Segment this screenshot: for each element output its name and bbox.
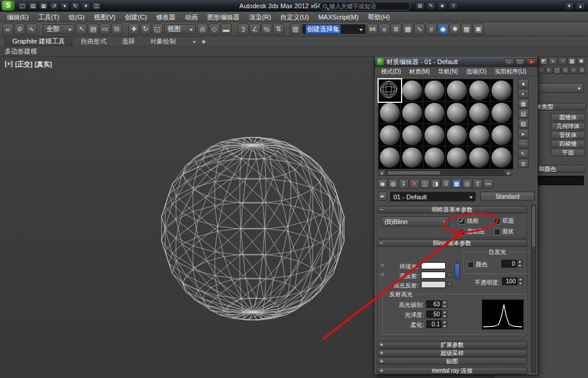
material-sample-slot[interactable] [468, 102, 490, 124]
material-name-dropdown[interactable]: 01 - Default [390, 192, 476, 202]
named-selection-dropdown[interactable]: 创建选择集 [302, 24, 366, 34]
soften-spinner[interactable]: 0.1 [426, 320, 447, 328]
search-input[interactable] [329, 3, 400, 9]
put-to-library-icon[interactable]: ◨ [430, 179, 440, 189]
menu-rendering[interactable]: 渲染(R) [245, 12, 276, 22]
object-type-plane-button[interactable]: 平面 [551, 149, 585, 156]
align-icon[interactable]: ≡ [379, 24, 390, 35]
material-type-button[interactable]: Standard [480, 192, 534, 201]
minimize-chrome-icon[interactable]: ▴ [576, 2, 585, 10]
assign-to-selection-icon[interactable]: ↧ [399, 179, 409, 189]
menu-help[interactable]: 帮助(H) [363, 12, 395, 22]
reference-coordinate-dropdown[interactable]: 视图 [164, 24, 196, 34]
infocenter-search[interactable] [319, 2, 410, 11]
scroll-left-icon[interactable]: ◂ [378, 170, 385, 176]
params-scroll-thumb[interactable] [532, 206, 535, 247]
material-sample-slot[interactable] [379, 146, 401, 169]
close-button[interactable] [526, 58, 536, 65]
material-sample-slot[interactable] [490, 146, 513, 169]
extended-parameters-rollout[interactable]: 扩展参数 [377, 341, 527, 349]
material-sample-slot[interactable] [401, 102, 423, 124]
options-icon[interactable]: ⋯ [518, 139, 529, 148]
tab-graphite-modeling[interactable]: Graphite 建模工具 [5, 36, 72, 46]
menu-tools[interactable]: 工具(T) [34, 12, 64, 22]
help-icon[interactable]: ? [449, 2, 458, 10]
supersampling-rollout[interactable]: 超级采样 [377, 349, 527, 357]
keyboard-override-icon[interactable]: ▬ [220, 24, 232, 35]
material-sample-slot[interactable] [423, 102, 446, 124]
window-crossing-icon[interactable]: ⊟ [111, 24, 122, 35]
angle-snap-icon[interactable]: ∠ [249, 24, 260, 35]
make-preview-icon[interactable]: ▸ [518, 129, 529, 138]
lock-indicator-icon[interactable] [455, 263, 460, 279]
shader-type-dropdown[interactable]: (B)Blinn [381, 216, 449, 226]
material-sample-slot[interactable] [490, 102, 513, 124]
app-logo-icon[interactable]: S [2, 1, 15, 11]
selection-filter-dropdown[interactable]: 全部 [43, 24, 75, 34]
chevron-down-icon[interactable]: ▾ [190, 38, 198, 46]
go-to-parent-icon[interactable]: ↥ [473, 179, 483, 189]
menu-customize[interactable]: 自定义(U) [276, 12, 313, 22]
material-sample-slot[interactable] [468, 146, 490, 169]
render-setup-icon[interactable]: ✱ [449, 24, 460, 35]
select-and-rotate-icon[interactable]: ↻ [140, 24, 151, 35]
graphite-toggle-icon[interactable]: ▩ [402, 24, 413, 35]
backlight-icon[interactable]: ◐ [518, 89, 529, 98]
select-and-manipulate-icon[interactable]: ◇ [209, 24, 220, 35]
material-sample-slot[interactable] [401, 79, 423, 102]
scroll-thumb[interactable] [387, 171, 440, 175]
menu-animation[interactable]: 动画 [181, 12, 203, 22]
ambient-color-swatch[interactable] [421, 262, 446, 269]
undo-icon[interactable]: ↺ [49, 2, 59, 10]
material-sample-slot[interactable] [490, 124, 513, 146]
diffuse-color-swatch[interactable] [421, 272, 446, 279]
show-end-result-icon[interactable]: ◎ [462, 179, 472, 189]
favorites-star-icon[interactable]: ★ [437, 2, 447, 10]
material-sample-slot[interactable] [490, 79, 513, 102]
put-to-scene-icon[interactable]: ◍ [388, 179, 398, 189]
show-map-in-viewport-icon[interactable]: ▦ [452, 179, 462, 189]
material-map-navigator-icon[interactable]: ≣ [518, 159, 529, 168]
specular-level-spinner[interactable]: 63 [426, 300, 447, 308]
self-illum-spinner[interactable]: 0 [502, 260, 523, 267]
material-sample-slot-active[interactable] [379, 79, 401, 102]
me-menu-material[interactable]: 材质(M) [405, 67, 434, 76]
material-sample-slot[interactable] [423, 79, 446, 102]
material-sample-slot[interactable] [423, 124, 446, 146]
project-folder-icon[interactable]: ◫ [92, 2, 101, 10]
redo-caret-icon[interactable]: ▾ [81, 2, 91, 10]
spinner-snap-icon[interactable]: ⇅ [273, 24, 284, 35]
info-icon[interactable]: ▾ [564, 2, 574, 10]
specular-color-swatch[interactable] [421, 281, 446, 288]
background-icon[interactable]: ▦ [518, 99, 529, 108]
specular-map-button[interactable] [447, 282, 452, 287]
viewport-pov-menu[interactable]: [正交] [15, 60, 32, 69]
material-sample-slot[interactable] [446, 146, 468, 169]
blinn-basic-rollout-header[interactable]: Blinn 基本参数 [377, 239, 527, 247]
go-forward-icon[interactable]: ↦ [483, 179, 493, 189]
material-sample-slot[interactable] [379, 102, 401, 124]
diffuse-map-button[interactable] [447, 273, 452, 277]
spinner-arrows[interactable] [518, 277, 523, 285]
viewport-general-menu[interactable]: [+] [5, 60, 13, 69]
undo-caret-icon[interactable]: ▾ [60, 2, 69, 10]
reset-map-icon[interactable]: × [409, 179, 419, 189]
curve-editor-icon[interactable]: ∿ [414, 24, 425, 35]
helpers-cat-icon[interactable]: ◇ [562, 66, 569, 74]
material-sample-slot[interactable] [401, 146, 423, 169]
pencil-icon[interactable]: ✎ [426, 2, 436, 10]
sample-scrollbar[interactable]: ◂ ▸ [378, 170, 512, 176]
systems-cat-icon[interactable]: ⊙ [578, 66, 586, 74]
select-and-scale-icon[interactable]: ◱ [152, 24, 163, 35]
title-bar[interactable]: S ▢▤▦↺▾↻▾◫ Autodesk 3ds Max 2012 x64无标题 … [0, 0, 588, 12]
select-by-name-icon[interactable]: ▤ [88, 24, 99, 35]
utilities-tab-icon[interactable]: ✱ [577, 57, 586, 65]
menu-create[interactable]: 创建(C) [120, 12, 151, 22]
tab-freeform[interactable]: 自由形式 [74, 36, 113, 46]
ribbon-options-icon[interactable]: ✱ [199, 38, 208, 46]
open-file-icon[interactable]: ▤ [28, 2, 38, 10]
spinner-arrows[interactable] [442, 310, 447, 318]
menu-views[interactable]: 视图(V) [89, 12, 121, 22]
select-by-material-icon[interactable]: ↖ [518, 149, 529, 158]
mental-ray-rollout[interactable]: mental ray 连接 [377, 367, 527, 374]
